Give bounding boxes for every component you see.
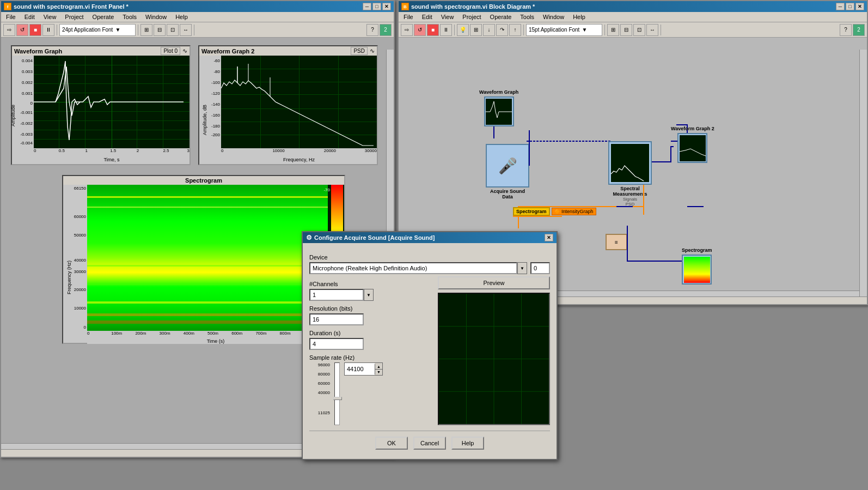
distribute-button[interactable]: ⊟ (154, 24, 166, 36)
bd-step-over-button[interactable]: ↷ (496, 24, 508, 36)
bd-menu-edit[interactable]: Edit (420, 13, 435, 21)
spectral-signals-label: Signals (623, 197, 637, 202)
run-button[interactable]: ⇨ (3, 24, 15, 36)
help-button[interactable]: ? (366, 24, 378, 36)
wg2-x-0: 0 (221, 148, 223, 153)
menu-operate[interactable]: Operate (90, 13, 117, 21)
bd-resize-button[interactable]: ⊡ (633, 24, 645, 36)
wg1-wave-icon: ∿ (182, 47, 187, 55)
bd-abort-button[interactable]: ■ (427, 24, 439, 36)
bd-menu-operate[interactable]: Operate (488, 13, 514, 21)
bd-maximize-button[interactable]: □ (846, 3, 854, 10)
bd-title-bar-left: B sound with spectrogram.vi Block Diagra… (401, 3, 535, 10)
bd-title-controls: ─ □ ✕ (836, 3, 864, 10)
waveform-graph-2-terminal[interactable]: Waveform Graph 2 (671, 126, 714, 163)
spectrogram-terminal[interactable]: Spectrogram (682, 247, 712, 285)
reorder-button[interactable]: ↔ (180, 24, 192, 36)
channels-dropdown-arrow[interactable]: ▼ (364, 289, 374, 301)
preview-button[interactable]: Preview (438, 276, 550, 289)
spectral-icon[interactable] (608, 141, 652, 185)
sample-rate-spin-down[interactable]: ▼ (375, 370, 382, 374)
bd-menu-window[interactable]: Window (541, 13, 566, 21)
menu-edit[interactable]: Edit (22, 13, 37, 21)
bd-menu-view[interactable]: View (439, 13, 456, 21)
sample-rate-slider-thumb[interactable] (333, 397, 342, 400)
sample-rate-spin-up[interactable]: ▲ (375, 364, 382, 370)
spectrogram-block[interactable]: Spectrogram 🔶 IntensityGraph (513, 207, 596, 216)
wg1-header: Waveform Graph Plot 0 ∿ (12, 46, 190, 56)
device-dropdown-arrow[interactable]: ▼ (517, 262, 527, 274)
sample-rate-value[interactable]: 44100 (345, 363, 375, 375)
bd-minimize-button[interactable]: ─ (836, 3, 845, 10)
spec-x-axis: 0 100m 200m 300m 400m 500m 600m 700m 800… (87, 331, 328, 338)
bd-distribute-button[interactable]: ⊟ (620, 24, 632, 36)
bd-pause-button[interactable]: ⏸ (440, 24, 452, 36)
font-label: 24pt Application Font (62, 27, 113, 33)
maximize-button[interactable]: □ (372, 3, 381, 10)
dialog-icon: ⚙ (306, 234, 312, 241)
menu-help[interactable]: Help (173, 13, 190, 21)
bd-menu-bar: File Edit View Project Operate Tools Win… (399, 12, 867, 22)
bd-sep4 (661, 25, 661, 35)
wg1-y-n002: -0.002 (20, 121, 33, 126)
acquire-sound-icon[interactable]: 🎤 (486, 144, 529, 187)
bd-close-button[interactable]: ✕ (855, 3, 864, 10)
wg1-y-003: 0.003 (22, 69, 33, 74)
wg2-terminal-icon[interactable] (677, 133, 707, 163)
device-dropdown[interactable]: Microphone (Realtek High Definition Audi… (309, 262, 527, 274)
resolution-value[interactable]: 16 (309, 313, 364, 325)
spec-y-label: Frequency (Hz) (66, 261, 72, 294)
font-dropdown[interactable]: 24pt Application Font ▼ (59, 24, 136, 36)
menu-tools[interactable]: Tools (120, 13, 139, 21)
bd-menu-help[interactable]: Help (571, 13, 588, 21)
bd-node-2[interactable]: ≡ (606, 234, 627, 250)
wg1-y-axis: 0.004 0.003 0.002 0.001 0 -0.001 -0.002 … (12, 56, 34, 148)
context-help[interactable]: 2 (380, 24, 392, 36)
bd-font-dropdown[interactable]: 15pt Application Font ▼ (526, 24, 602, 36)
minimize-button[interactable]: ─ (363, 3, 371, 10)
bd-context-help[interactable]: 2 (853, 24, 865, 36)
sample-rate-slider-track[interactable] (334, 362, 340, 425)
spec-y-axis: 66150 60000 50000 40000 30000 20000 1000… (63, 185, 87, 331)
align-button[interactable]: ⊞ (140, 24, 152, 36)
bd-reorder-button[interactable]: ↔ (646, 24, 658, 36)
menu-view[interactable]: View (41, 13, 59, 21)
bd-menu-tools[interactable]: Tools (518, 13, 536, 21)
acquire-sound-node[interactable]: 🎤 Acquire SoundData (486, 144, 529, 199)
wg2-y-140: -140 (211, 102, 220, 107)
bd-step-into-button[interactable]: ↓ (483, 24, 495, 36)
bd-font-label: 15pt Application Font (529, 27, 579, 33)
bd-stop-continuous-button[interactable]: ↺ (414, 24, 426, 36)
close-button[interactable]: ✕ (382, 3, 391, 10)
pause-button[interactable]: ⏸ (42, 24, 54, 36)
menu-project[interactable]: Project (63, 13, 85, 21)
waveform-graph-1-panel: Waveform Graph Plot 0 ∿ 0.004 0.003 0.00… (11, 45, 191, 165)
bd-help-button[interactable]: ? (840, 24, 852, 36)
dialog-close-button[interactable]: ✕ (545, 234, 553, 241)
menu-file[interactable]: File (4, 13, 18, 21)
spectrogram-terminal-icon[interactable] (682, 255, 712, 285)
dialog-title-text: Configure Acquire Sound [Acquire Sound] (314, 234, 435, 241)
bd-retain-button[interactable]: ⊞ (470, 24, 482, 36)
duration-value[interactable]: 4 (309, 338, 364, 350)
wg-terminal-icon[interactable] (484, 96, 514, 126)
bd-highlight-button[interactable]: 💡 (457, 24, 469, 36)
menu-window[interactable]: Window (143, 13, 169, 21)
bd-menu-file[interactable]: File (401, 13, 415, 21)
bd-vertical-scrollbar[interactable] (859, 50, 867, 298)
waveform-graph-terminal[interactable]: Waveform Graph (479, 89, 518, 126)
stop-continuous-button[interactable]: ↺ (16, 24, 28, 36)
abort-button[interactable]: ■ (29, 24, 41, 36)
bd-menu-project[interactable]: Project (460, 13, 483, 21)
channels-row: 1 ▼ (309, 289, 429, 301)
channels-value[interactable]: 1 (309, 289, 364, 301)
wg1-y-label: Amplitude (10, 105, 16, 126)
resize-button[interactable]: ⊡ (167, 24, 179, 36)
bd-align-button[interactable]: ⊞ (607, 24, 619, 36)
spectral-measurements-node[interactable]: SpectralMeasurements Signals PSD (608, 141, 652, 207)
help-dialog-button[interactable]: Help (451, 437, 484, 450)
bd-step-out-button[interactable]: ↑ (509, 24, 521, 36)
cancel-button[interactable]: Cancel (413, 437, 446, 450)
bd-run-button[interactable]: ⇨ (401, 24, 413, 36)
ok-button[interactable]: OK (375, 437, 408, 450)
